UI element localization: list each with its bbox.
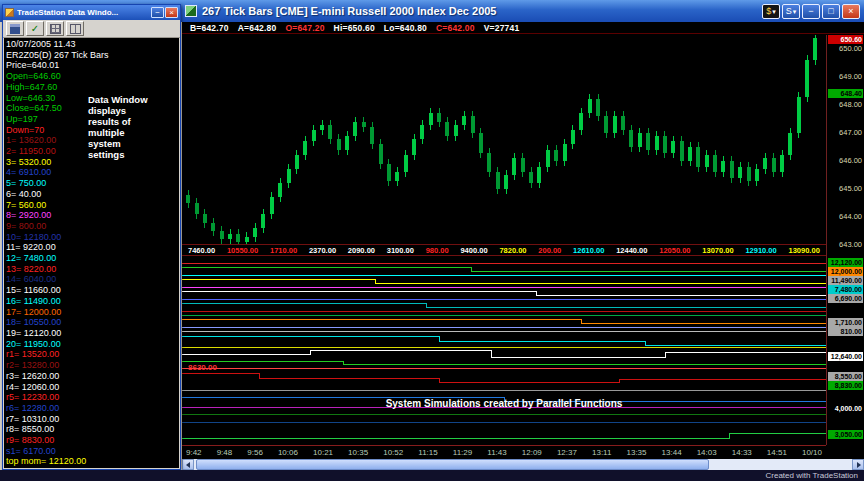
candles <box>186 35 817 245</box>
save-button[interactable] <box>6 21 24 36</box>
grid-view-button[interactable] <box>46 21 64 36</box>
sim-line <box>182 433 826 438</box>
scroll-right-arrow-icon[interactable] <box>852 459 864 470</box>
data-window-line: 18= 10550.00 <box>6 317 179 328</box>
mark-button[interactable]: ✓ <box>26 21 44 36</box>
scrollbar-track[interactable] <box>194 459 852 470</box>
created-with-label: Created with TradeStation <box>766 471 859 480</box>
data-window-line: r4= 12060.00 <box>6 382 179 393</box>
minimize-button[interactable]: − <box>802 4 820 19</box>
data-window-line: 20= 11950.00 <box>6 339 179 350</box>
time-label: 10/10 <box>802 448 822 457</box>
grid-icon <box>50 24 61 34</box>
system-value: 12440.00 <box>616 246 647 255</box>
sim-axis-box: 4,000.00 <box>828 404 863 413</box>
time-label: 11:29 <box>453 448 472 457</box>
data-window-line: 13= 8220.00 <box>6 264 179 275</box>
time-label: 9:42 <box>186 448 202 457</box>
data-window-line: 10= 12180.00 <box>6 232 179 243</box>
time-label: 12:37 <box>557 448 577 457</box>
status-menu-button[interactable]: S ▾ <box>782 4 800 19</box>
data-window-line: 9= 800.00 <box>6 221 179 232</box>
sim-axis-box: 7,480.00 <box>828 285 863 294</box>
time-label: 12:09 <box>522 448 542 457</box>
price-label: 646.00 <box>839 157 862 165</box>
data-window-title: TradeStation Data Windo... <box>17 8 148 17</box>
sim-axis-box: 8,830.00 <box>828 381 863 390</box>
annotation-line: settings <box>88 149 148 160</box>
time-label: 14:51 <box>767 448 787 457</box>
main-window-title: 267 Tick Bars [CME] E-mini Russell 2000 … <box>202 5 497 17</box>
time-label: 10:21 <box>313 448 333 457</box>
price-label: 644.00 <box>839 213 862 221</box>
system-value: 9400.00 <box>460 246 487 255</box>
quote-item: C=642.00 <box>436 23 475 33</box>
sim-line <box>182 373 826 382</box>
data-window-line: r8= 8550.00 <box>6 424 179 435</box>
data-window-titlebar[interactable]: TradeStation Data Windo... − × <box>3 5 180 20</box>
time-label: 10:52 <box>383 448 403 457</box>
candle-plot[interactable] <box>182 35 826 245</box>
data-window-line: 12= 7480.00 <box>6 253 179 264</box>
data-window-line: r9= 8830.00 <box>6 435 179 446</box>
data-window-line: 17= 12000.00 <box>6 307 179 318</box>
dollar-label: $ <box>766 6 771 16</box>
system-values-row: 7460.0010550.001710.002370.002090.003100… <box>182 244 826 256</box>
data-window-line: r1= 13520.00 <box>6 349 179 360</box>
data-window-line: top mom= 12120.00 <box>6 456 179 467</box>
axis-last-price-box: 648.40 <box>828 89 863 98</box>
data-window-line: 11= 9220.00 <box>6 242 179 253</box>
system-value: 1710.00 <box>270 246 297 255</box>
time-label: 9:48 <box>217 448 233 457</box>
quote-item: A=642.80 <box>238 23 277 33</box>
price-label: 648.00 <box>839 101 862 109</box>
sim-line <box>182 319 826 323</box>
scroll-left-arrow-icon[interactable] <box>182 459 194 470</box>
data-window-line: 8= 2920.00 <box>6 210 179 221</box>
system-value: 2090.00 <box>348 246 375 255</box>
chart-window: B=642.70A=642.80O=647.20Hi=650.60Lo=640.… <box>182 22 864 470</box>
chart-window-icon <box>185 5 197 17</box>
time-label: 11:15 <box>418 448 437 457</box>
scrollbar-thumb[interactable] <box>196 459 709 470</box>
sim-axis-box: 3,050.00 <box>828 430 863 439</box>
system-value: 13070.00 <box>702 246 733 255</box>
simulation-plot[interactable] <box>182 257 826 445</box>
horizontal-scrollbar[interactable] <box>182 459 864 470</box>
data-window-annotation: Data Windowdisplaysresults ofmultiplesys… <box>88 94 148 160</box>
data-window-minimize-button[interactable]: − <box>151 7 164 18</box>
sim-axis-box: 12,640.00 <box>828 352 863 361</box>
price-axis[interactable]: 650.60650.00649.00648.00647.00646.00645.… <box>826 35 864 445</box>
data-window-line: r2= 13280.00 <box>6 360 179 371</box>
system-value: 2370.00 <box>309 246 336 255</box>
data-window-line: r5= 12230.00 <box>6 392 179 403</box>
data-window-line: 6= 40.00 <box>6 189 179 200</box>
annotation-line: multiple <box>88 127 148 138</box>
price-label: 649.00 <box>839 73 862 81</box>
data-window-line: 7= 560.00 <box>6 200 179 211</box>
system-value: 7820.00 <box>499 246 526 255</box>
dollar-menu-button[interactable]: $ ▾ <box>762 4 780 19</box>
data-window-close-button[interactable]: × <box>165 7 178 18</box>
data-window-line: 19= 12120.00 <box>6 328 179 339</box>
price-label: 650.00 <box>839 45 862 53</box>
quote-item: B=642.70 <box>190 23 229 33</box>
split-view-button[interactable] <box>66 21 84 36</box>
sim-axis-box: 12,000.00 <box>828 267 863 276</box>
data-window-line: Price=640.01 <box>6 60 179 71</box>
time-label: 13:11 <box>592 448 611 457</box>
status-menu-label: S <box>786 6 792 16</box>
data-window-line: 16= 11490.00 <box>6 296 179 307</box>
data-window-icon <box>5 8 14 17</box>
maximize-button[interactable]: □ <box>822 4 840 19</box>
check-icon: ✓ <box>31 24 39 34</box>
data-window-line: ER2Z05(D) 267 Tick Bars <box>6 50 179 61</box>
system-value: 10550.00 <box>227 246 258 255</box>
sim-axis-box: 11,490.00 <box>828 276 863 285</box>
price-label: 647.00 <box>839 129 862 137</box>
axis-high-box: 650.60 <box>828 35 863 44</box>
sim-axis-box: 1,710.00 <box>828 318 863 327</box>
data-window-controls: − × <box>151 7 178 18</box>
data-window-content: 10/07/2005 11.43ER2Z05(D) 267 Tick BarsP… <box>4 38 179 468</box>
close-button[interactable]: × <box>842 4 860 19</box>
